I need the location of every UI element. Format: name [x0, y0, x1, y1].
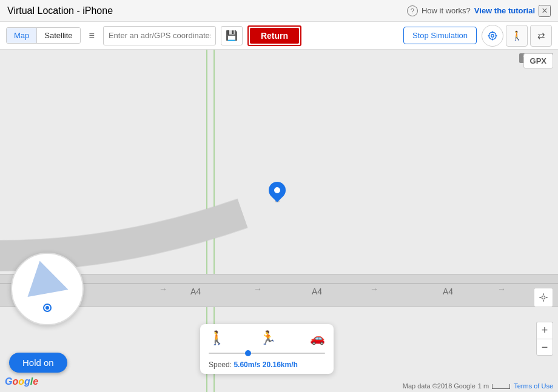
- right-button-group: [534, 288, 553, 307]
- speed-label: Speed:: [209, 360, 232, 369]
- pin-outer: [265, 178, 289, 202]
- zoom-group: + −: [536, 322, 553, 356]
- walk-mode-icon-button[interactable]: 🚶: [506, 25, 528, 47]
- zoom-in-button[interactable]: +: [536, 322, 553, 339]
- app-title: Virtual Location - iPhone: [7, 5, 113, 16]
- list-icon-button[interactable]: ≡: [86, 28, 98, 44]
- scale-line: [492, 384, 510, 389]
- speed-slider[interactable]: [209, 350, 325, 357]
- arrow-3: →: [254, 284, 262, 294]
- a4-label-3: A4: [312, 287, 322, 296]
- compass-circle: [11, 253, 84, 325]
- arrow-2: →: [159, 284, 167, 294]
- svg-point-2: [542, 296, 545, 299]
- route-icon-button[interactable]: ⇄: [530, 25, 552, 47]
- return-button-wrapper: Return: [247, 25, 301, 46]
- a4-label-2: A4: [190, 287, 201, 296]
- run-icon: 🏃: [260, 330, 276, 346]
- compass-sector: [22, 257, 69, 297]
- speed-value-mps: 5.60m/s: [234, 360, 260, 369]
- svg-point-1: [489, 32, 496, 39]
- terms-of-use-link[interactable]: Terms of Use: [514, 382, 553, 390]
- speed-slider-track: [209, 353, 325, 354]
- svg-point-0: [491, 34, 494, 37]
- hold-on-button[interactable]: Hold on: [9, 353, 67, 373]
- a4-label-4: A4: [443, 287, 453, 296]
- arrow-5: →: [497, 284, 506, 294]
- car-icon: 🚗: [310, 331, 325, 345]
- map-tab-button[interactable]: Map: [7, 28, 37, 43]
- arrow-4: →: [370, 284, 378, 294]
- google-logo: Google: [5, 376, 38, 387]
- help-area: ? How it works? View the tutorial ×: [407, 5, 551, 17]
- target-icon-button[interactable]: [534, 288, 553, 307]
- pin-inner: [273, 186, 281, 194]
- speed-value-kmh: 20.16km/h: [263, 360, 298, 369]
- satellite-tab-button[interactable]: Satellite: [37, 28, 79, 43]
- compass-dot: [43, 304, 52, 312]
- stop-simulation-button[interactable]: Stop Simulation: [403, 27, 477, 44]
- compass-dot-inner: [45, 306, 49, 310]
- help-icon: ?: [407, 5, 418, 16]
- how-it-works-text: How it works?: [422, 6, 471, 15]
- map-satellite-toggle: Map Satellite: [6, 27, 81, 44]
- speed-slider-thumb: [245, 350, 251, 356]
- speed-text: Speed: 5.60m/s 20.16km/h: [209, 360, 325, 369]
- map-data-text: Map data ©2018 Google: [403, 382, 476, 390]
- close-button[interactable]: ×: [539, 5, 551, 17]
- zoom-out-button[interactable]: −: [536, 339, 553, 356]
- gpx-button[interactable]: GPX: [523, 53, 553, 68]
- map-container[interactable]: Ver 1.4.3 A4 A4 A4 A4 → → → → → Hold on …: [0, 50, 558, 392]
- save-icon-button[interactable]: 💾: [221, 26, 243, 45]
- map-footer: Map data ©2018 Google 1 m Terms of Use: [403, 382, 553, 390]
- walk-icon: 🚶: [209, 330, 225, 346]
- coordinate-input[interactable]: [103, 26, 216, 45]
- speed-panel: 🚶 🏃 🚗 Speed: 5.60m/s 20.16km/h: [200, 324, 334, 374]
- road-inner-stripe: [0, 283, 558, 284]
- return-button[interactable]: Return: [250, 28, 299, 44]
- toolbar-right-icons: 🚶 ⇄: [482, 25, 552, 47]
- speed-icons-row: 🚶 🏃 🚗: [209, 330, 325, 346]
- scale-label: 1 m: [478, 382, 511, 390]
- location-target-icon-button[interactable]: [482, 25, 503, 47]
- titlebar: Virtual Location - iPhone ? How it works…: [0, 0, 558, 22]
- location-pin: [269, 182, 286, 202]
- toolbar: Map Satellite ≡ 💾 Return Stop Simulation…: [0, 22, 558, 50]
- view-tutorial-link[interactable]: View the tutorial: [474, 6, 535, 15]
